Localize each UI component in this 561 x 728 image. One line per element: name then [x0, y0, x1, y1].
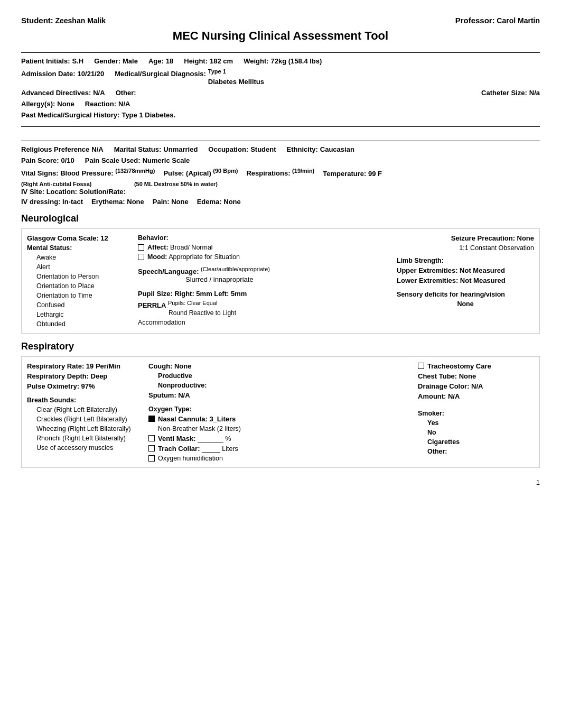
behavior-label: Behavior:	[138, 234, 391, 242]
seizure-label: Seizure Precaution:	[451, 234, 515, 242]
mood-item: Mood: Appropriate for Situation	[138, 253, 391, 261]
resp-label: Respirations:	[246, 170, 290, 178]
iv-site-field: (Right Anti-cubital Fossa) IV Site: Loca…	[21, 180, 126, 196]
pupils-detail2: Round Reactive to Light	[138, 309, 236, 317]
mental-awake: Awake	[27, 254, 133, 261]
reaction-field: Reaction: N/A	[85, 100, 130, 108]
trach-collar-unit: Liters	[222, 445, 238, 453]
breath-wheezing: Wheezing (Right Left Bilaterally)	[27, 425, 143, 432]
lower-label: Lower Extremities:	[397, 277, 458, 284]
erythema-value: None	[127, 198, 144, 206]
gender-field: Gender: Male	[94, 57, 138, 65]
pulse-field: Pulse: (Apical) (90 Bpm)	[163, 168, 238, 177]
pain-row: Pain Score: 0/10 Pain Scale Used: Numeri…	[21, 156, 540, 164]
venti-text: Venti Mask: _______ %	[158, 435, 231, 443]
smoker-label: Smoker:	[418, 410, 534, 417]
height-value: 182 cm	[210, 57, 233, 65]
allergy-field: Allergy(s): None	[21, 100, 74, 108]
nasal-cannula-item: Nasal Cannula: 3_Liters	[148, 415, 413, 423]
lower-value: Not Measured	[460, 277, 506, 284]
amount-value: N/A	[448, 392, 460, 400]
resp-title: Respiratory	[21, 341, 540, 352]
pupils-detail: Pupils: Clear Equal	[168, 300, 218, 306]
occupation-value: Student	[250, 145, 276, 153]
limb-label: Limb Strength:	[397, 257, 534, 264]
diagnosis-line1: Type 1	[208, 68, 226, 75]
admission-field: Admission Date: 10/21/20	[21, 70, 104, 78]
reaction-label: Reaction:	[85, 100, 116, 108]
mood-label: Mood: Appropriate for Situation	[147, 253, 240, 261]
mental-orientation-place: Orientation to Place	[27, 282, 133, 290]
patient-row2: Admission Date: 10/21/20 Medical/Surgica…	[21, 68, 540, 86]
pain-score-field: Pain Score: 0/10	[21, 156, 74, 164]
resp-grid: Respiratory Rate: 19 Per/Min Respiratory…	[21, 356, 540, 468]
patient-info-section: Patient Initials: S.H Gender: Male Age: …	[21, 52, 540, 127]
drainage-label: Drainage Color:	[418, 382, 470, 390]
initials-value: S.H	[72, 57, 83, 65]
upper-label: Upper Extremities:	[397, 266, 458, 274]
resp-col2: Cough: None Productive Nonproductive: Sp…	[148, 362, 413, 462]
mental-confused: Confused	[27, 301, 133, 309]
mental-orientation-time: Orientation to Time	[27, 292, 133, 299]
student-name: Zeeshan Malik	[55, 16, 106, 25]
neuro-title: Neurological	[21, 213, 540, 224]
resp-col3: Tracheostomy Care Chest Tube: None Drain…	[418, 362, 534, 462]
breath-clear: Clear (Right Left Bilaterally)	[27, 406, 143, 413]
venti-unit: %	[225, 435, 231, 443]
chest-tube-field: Chest Tube: None	[418, 372, 534, 380]
venti-label-span: Venti Mask:	[158, 435, 196, 443]
humidification-checkbox	[148, 455, 155, 462]
sensory-label: Sensory deficits for hearing/vision	[397, 291, 534, 298]
nonproductive-label: Nonproductive:	[148, 382, 413, 389]
pain-score-value: 0/10	[61, 156, 74, 164]
age-field: Age: 18	[148, 57, 173, 65]
cough-value: None	[174, 362, 192, 370]
ethnicity-field: Ethnicity: Caucasian	[287, 145, 354, 153]
history-label: Past Medical/Surgical History:	[21, 111, 119, 119]
professor-field: Professor: Carol Martin	[455, 16, 540, 25]
trach-care-checkbox	[418, 363, 424, 369]
chest-tube-label: Chest Tube:	[418, 372, 457, 380]
breath-crackles: Crackles (Right Left Bilaterally)	[27, 416, 143, 423]
weight-value: 72kg (158.4 lbs)	[271, 57, 322, 65]
sputum-value: N/A	[178, 391, 190, 399]
page-title: MEC Nursing Clinical Assessment Tool	[21, 29, 540, 43]
trach-collar-checkbox	[148, 445, 155, 451]
venti-mask-item: Venti Mask: _______ %	[148, 435, 413, 443]
pulse-ox-value: 97%	[81, 382, 95, 390]
perrla-label: PERRLA	[138, 301, 166, 309]
religious-field: Religious Preference N/A	[21, 145, 104, 153]
breath-sounds-label: Breath Sounds:	[27, 397, 143, 404]
bp-value: (132/78mmHg)	[115, 168, 155, 174]
directives-label: Advanced Directives:	[21, 89, 91, 97]
admission-value: 10/21/20	[78, 70, 105, 78]
speech-line1: (Clear/audible/appropriate)	[201, 266, 270, 272]
temp-value: 99 F	[368, 170, 382, 178]
resp-rate-field: Respiratory Rate: 19 Per/Min	[27, 362, 143, 370]
pain3-field: Pain: None	[153, 198, 189, 206]
pain-scale-field: Pain Scale Used: Numeric Scale	[85, 156, 190, 164]
religious-value: N/A	[91, 145, 103, 153]
iv-location-value: Solution/Rate:	[79, 188, 126, 196]
pulse-label: Pulse: (Apical)	[163, 170, 211, 178]
sputum-field: Sputum: N/A	[148, 391, 413, 399]
initials-label: Patient Initials:	[21, 57, 70, 65]
page-header: Student: Zeeshan Malik Professor: Carol …	[21, 16, 540, 25]
resp-depth-label: Respiratory Depth:	[27, 372, 89, 380]
mental-obtunded: Obtunded	[27, 320, 133, 328]
other-field: Other:	[116, 89, 138, 97]
bp-field: Vital Signs: Blood Pressure: (132/78mmHg…	[21, 168, 155, 177]
chest-tube-value: None	[459, 372, 476, 380]
weight-label: Weight:	[244, 57, 268, 65]
smoker-other: Other:	[418, 448, 534, 455]
cough-label: Cough:	[148, 362, 172, 370]
dressing-label: IV dressing:	[21, 198, 60, 206]
marital-label: Marital Status:	[114, 145, 162, 153]
mental-lethargic: Lethargic	[27, 311, 133, 318]
accommodation-label: Accommodation	[138, 319, 391, 326]
edema-label: Edema:	[197, 198, 222, 206]
resp-col1: Respiratory Rate: 19 Per/Min Respiratory…	[27, 362, 143, 462]
resp-rate-value: 19 Per/Min	[86, 362, 120, 370]
seizure-field: Seizure Precaution: None	[397, 234, 534, 242]
reaction-value: N/A	[118, 100, 130, 108]
